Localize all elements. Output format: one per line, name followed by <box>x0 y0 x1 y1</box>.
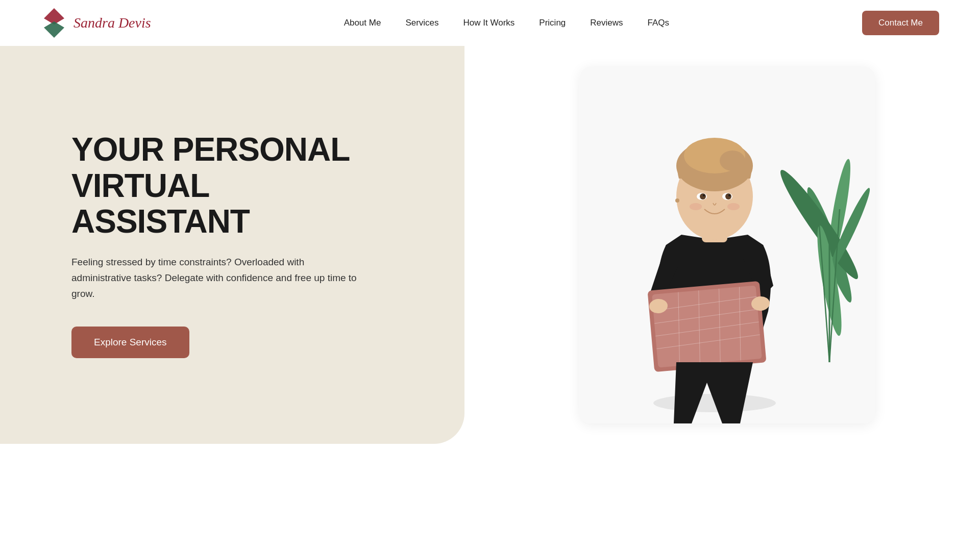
svg-point-21 <box>690 203 702 210</box>
svg-point-17 <box>700 193 706 199</box>
svg-point-20 <box>728 194 730 196</box>
nav-item-faqs[interactable]: FAQs <box>648 18 670 28</box>
svg-rect-25 <box>652 285 762 367</box>
brand-name: Sandra Devis <box>74 15 151 31</box>
hero-title-line1: YOUR PERSONAL <box>71 131 350 168</box>
svg-point-22 <box>727 203 740 210</box>
svg-point-14 <box>720 151 745 171</box>
hero-illustration <box>579 66 875 423</box>
hero-content: YOUR PERSONAL VIRTUAL ASSISTANT Feeling … <box>71 132 368 358</box>
logo-icon <box>41 7 67 39</box>
hero-title: YOUR PERSONAL VIRTUAL ASSISTANT <box>71 132 368 239</box>
hero-left-panel: YOUR PERSONAL VIRTUAL ASSISTANT Feeling … <box>0 46 464 444</box>
hero-image-card <box>579 66 875 423</box>
navbar: Sandra Devis About Me Services How It Wo… <box>0 0 980 46</box>
svg-point-19 <box>703 194 705 196</box>
nav-item-pricing[interactable]: Pricing <box>539 18 566 28</box>
contact-me-button[interactable]: Contact Me <box>862 11 939 35</box>
nav-item-reviews[interactable]: Reviews <box>590 18 623 28</box>
hero-section: YOUR PERSONAL VIRTUAL ASSISTANT Feeling … <box>0 46 980 444</box>
hero-right-panel <box>464 46 980 444</box>
nav-link-services[interactable]: Services <box>405 18 438 28</box>
nav-links: About Me Services How It Works Pricing R… <box>344 18 669 28</box>
svg-point-18 <box>725 193 731 199</box>
hero-title-line2: VIRTUAL ASSISTANT <box>71 167 250 240</box>
nav-link-faqs[interactable]: FAQs <box>648 18 670 28</box>
nav-link-how-it-works[interactable]: How It Works <box>463 18 515 28</box>
explore-services-button[interactable]: Explore Services <box>71 327 189 358</box>
nav-link-pricing[interactable]: Pricing <box>539 18 566 28</box>
nav-item-how-it-works[interactable]: How It Works <box>463 18 515 28</box>
nav-item-about[interactable]: About Me <box>344 18 381 28</box>
logo[interactable]: Sandra Devis <box>41 7 151 39</box>
nav-link-reviews[interactable]: Reviews <box>590 18 623 28</box>
hero-subtitle: Feeling stressed by time constraints? Ov… <box>71 254 357 302</box>
nav-link-about[interactable]: About Me <box>344 18 381 28</box>
nav-item-services[interactable]: Services <box>405 18 438 28</box>
svg-point-23 <box>675 198 679 203</box>
